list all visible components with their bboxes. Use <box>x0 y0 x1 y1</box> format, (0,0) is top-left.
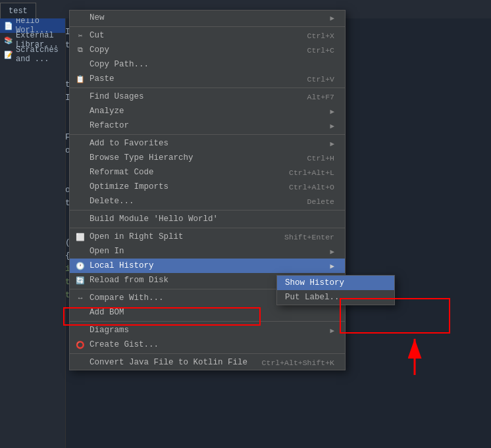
compare-icon: ↔ <box>75 293 86 303</box>
menu-item-copy-path[interactable]: Copy Path... <box>70 57 345 72</box>
menu-item-analyze[interactable]: Analyze ▶ <box>70 104 345 118</box>
sidebar: test 📄 Hello Worl... 📚 External Librar..… <box>0 0 66 448</box>
separator-7 <box>70 321 345 322</box>
build-icon <box>75 214 86 224</box>
menu-item-reformat[interactable]: Reformat Code Ctrl+Alt+L <box>70 165 345 180</box>
history-icon: 🕐 <box>75 261 86 271</box>
separator-3 <box>70 134 345 135</box>
menu-item-open-right-split[interactable]: ⬜ Open in Right Split Shift+Enter <box>70 230 345 244</box>
menu-item-open-in[interactable]: Open In ▶ <box>70 244 345 259</box>
menu-label-reformat: Reformat Code <box>90 168 154 177</box>
menu-label-favorites: Add to Favorites <box>90 139 168 148</box>
separator-5 <box>70 228 345 228</box>
menu-item-find-usages[interactable]: Find Usages Alt+F7 <box>70 89 345 104</box>
shortcut-find-usages: Alt+F7 <box>307 93 334 101</box>
scratches-icon: 📝 <box>4 51 13 59</box>
gist-icon: ⭕ <box>75 339 86 350</box>
arrow-icon-refactor: ▶ <box>330 122 334 130</box>
separator-1 <box>70 26 345 27</box>
menu-label-build: Build Module 'Hello World' <box>90 214 218 224</box>
menu-label-local-history: Local History <box>90 261 154 270</box>
separator-2 <box>70 87 345 88</box>
menu-label-optimize: Optimize Imports <box>90 182 168 191</box>
shortcut-delete: Delete <box>307 197 334 206</box>
menu-item-new[interactable]: New ▶ <box>70 11 345 25</box>
shortcut-cut: Ctrl+X <box>307 32 334 40</box>
find-usages-icon <box>75 91 86 102</box>
shortcut-kotlin: Ctrl+Alt+Shift+K <box>262 359 334 367</box>
hierarchy-icon <box>75 153 86 163</box>
shortcut-paste: Ctrl+V <box>307 75 334 84</box>
shortcut-split: Shift+Enter <box>284 233 334 241</box>
active-tab[interactable]: test <box>0 3 36 18</box>
cut-icon: ✂ <box>75 30 86 41</box>
menu-item-add-bom[interactable]: Add BOM <box>70 305 345 320</box>
arrow-icon-favorites: ▶ <box>330 139 334 148</box>
menu-label-open-in: Open In <box>90 247 124 256</box>
separator-8 <box>70 353 345 354</box>
submenu-item-show-history[interactable]: Show History <box>277 276 394 290</box>
menu-label-new: New <box>90 13 105 22</box>
reload-icon: 🔄 <box>75 275 86 286</box>
menu-item-local-history[interactable]: 🕐 Local History ▶ <box>70 259 345 273</box>
menu-label-gist: Create Gist... <box>90 340 159 349</box>
menu-label-copy-path: Copy Path... <box>90 60 149 69</box>
menu-item-build-module[interactable]: Build Module 'Hello World' <box>70 212 345 226</box>
menu-item-gist[interactable]: ⭕ Create Gist... <box>70 337 345 352</box>
refactor-icon <box>75 120 86 131</box>
diagrams-icon <box>75 325 86 336</box>
separator-4 <box>70 210 345 211</box>
submenu-item-put-label[interactable]: Put Label... <box>277 290 394 305</box>
bom-icon <box>75 307 86 318</box>
menu-item-convert-kotlin[interactable]: Convert Java File to Kotlin File Ctrl+Al… <box>70 355 345 370</box>
menu-item-refactor[interactable]: Refactor ▶ <box>70 118 345 133</box>
menu-item-copy[interactable]: ⧉ Copy Ctrl+C <box>70 43 345 57</box>
menu-label-bom: Add BOM <box>90 308 124 317</box>
menu-item-delete[interactable]: Delete... Delete <box>70 194 345 209</box>
context-menu: New ▶ ✂ Cut Ctrl+X ⧉ Copy Ctrl+C Copy Pa… <box>69 10 346 370</box>
submenu-label-put-label: Put Label... <box>285 293 344 302</box>
reformat-icon <box>75 167 86 178</box>
menu-label-delete: Delete... <box>90 197 134 206</box>
menu-label-browse: Browse Type Hierarchy <box>90 153 194 162</box>
menu-label-find-usages: Find Usages <box>90 92 144 101</box>
sidebar-item-scratches[interactable]: 📝 Scratches and ... <box>0 47 65 62</box>
menu-label-diagrams: Diagrams <box>90 326 129 335</box>
arrow-icon-diagrams: ▶ <box>330 326 334 335</box>
shortcut-browse: Ctrl+H <box>307 154 334 162</box>
menu-label-copy: Copy <box>90 45 109 55</box>
menu-item-paste[interactable]: 📋 Paste Ctrl+V <box>70 72 345 86</box>
menu-label-paste: Paste <box>90 74 115 84</box>
menu-item-diagrams[interactable]: Diagrams ▶ <box>70 323 345 337</box>
menu-label-split: Open in Right Split <box>90 232 184 241</box>
arrow-icon-open-in: ▶ <box>330 247 334 256</box>
open-in-icon <box>75 246 86 257</box>
library-icon: 📚 <box>4 36 13 45</box>
arrow-icon-history: ▶ <box>330 262 334 270</box>
menu-item-browse-hierarchy[interactable]: Browse Type Hierarchy Ctrl+H <box>70 151 345 165</box>
shortcut-copy: Ctrl+C <box>307 46 334 55</box>
sidebar-item-label-scratch: Scratches and ... <box>16 45 61 64</box>
menu-label-compare: Compare With... <box>90 293 164 303</box>
menu-item-cut[interactable]: ✂ Cut Ctrl+X <box>70 28 345 43</box>
menu-item-optimize[interactable]: Optimize Imports Ctrl+Alt+O <box>70 180 345 194</box>
menu-label-kotlin: Convert Java File to Kotlin File <box>90 358 247 367</box>
menu-item-favorites[interactable]: Add to Favorites ▶ <box>70 136 345 151</box>
submenu-local-history: Show History Put Label... <box>276 275 395 305</box>
menu-label-reload: Reload from Disk <box>90 276 168 285</box>
tab-label: test <box>9 7 28 16</box>
analyze-icon <box>75 106 86 116</box>
optimize-icon <box>75 182 86 192</box>
shortcut-optimize: Ctrl+Alt+O <box>289 183 334 191</box>
new-icon <box>75 12 86 23</box>
favorites-icon <box>75 138 86 149</box>
copy-icon: ⧉ <box>75 45 86 55</box>
submenu-label-show-history: Show History <box>285 278 344 287</box>
menu-label-analyze: Analyze <box>90 107 124 116</box>
arrow-icon-analyze: ▶ <box>330 107 334 116</box>
menu-label-cut: Cut <box>90 31 105 40</box>
delete-icon <box>75 196 86 207</box>
menu-label-refactor: Refactor <box>90 121 129 130</box>
file-icon: 📄 <box>4 22 13 30</box>
split-icon: ⬜ <box>75 232 86 242</box>
